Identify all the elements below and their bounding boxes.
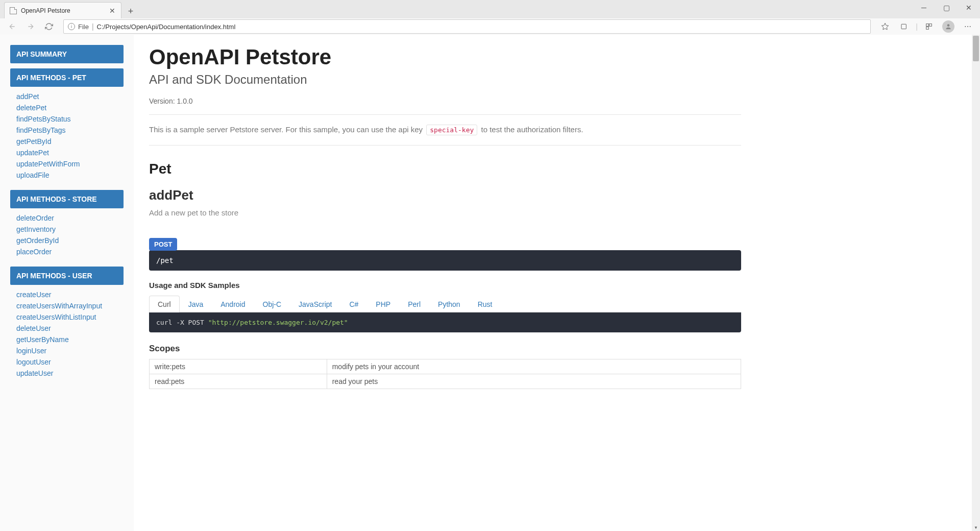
svg-rect-3 [929,24,932,27]
table-row: write:petsmodify pets in your account [150,359,741,374]
new-tab-button[interactable]: + [124,4,138,18]
refresh-button[interactable] [41,19,57,34]
curl-code-block: curl -X POST "http://petstore.swagger.io… [149,312,741,332]
svg-rect-2 [926,24,929,27]
scroll-thumb[interactable] [973,36,979,61]
avatar-icon [942,20,954,33]
address-bar[interactable]: i File | C:/Projects/OpenApi/Documentati… [63,19,871,34]
api-description: This is a sample server Petstore server.… [149,124,741,136]
divider [149,114,741,115]
content: OpenAPI Petstore API and SDK Documentati… [134,35,756,404]
sidebar-link[interactable]: logoutUser [10,356,124,368]
svg-point-5 [947,24,950,27]
scope-name: write:pets [150,359,327,374]
page-title: OpenAPI Petstore [149,45,741,69]
collections-button[interactable] [896,19,913,34]
browser-toolbar: i File | C:/Projects/OpenApi/Documentati… [0,18,980,35]
menu-button[interactable]: ⋯ [960,19,976,34]
scroll-down-icon[interactable]: ▼ [974,525,978,530]
language-tab[interactable]: Java [180,296,212,312]
sidebar-link[interactable]: getInventory [10,224,124,235]
svg-rect-1 [901,24,906,29]
sidebar-link[interactable]: uploadFile [10,170,124,181]
sidebar: API SUMMARYAPI METHODS - PETaddPetdelete… [0,35,134,531]
sidebar-link[interactable]: createUsersWithArrayInput [10,300,124,311]
sidebar-link[interactable]: findPetsByTags [10,125,124,136]
sidebar-links: addPetdeletePetfindPetsByStatusfindPetsB… [10,87,124,185]
language-tab[interactable]: Rust [469,296,501,312]
language-tab[interactable]: Obj-C [254,296,290,312]
sidebar-section-header[interactable]: API METHODS - PET [10,68,124,87]
scope-name: read:pets [150,374,327,389]
tab-title: OpenAPI Petstore [21,7,105,14]
page: API SUMMARYAPI METHODS - PETaddPetdelete… [0,35,980,531]
maximize-button[interactable]: ▢ [935,0,958,15]
language-tab[interactable]: Curl [149,296,180,312]
usage-title: Usage and SDK Samples [149,281,741,289]
sidebar-links: createUsercreateUsersWithArrayInputcreat… [10,285,124,383]
sidebar-link[interactable]: updateUser [10,368,124,379]
sidebar-section-header[interactable]: API METHODS - STORE [10,190,124,208]
forward-button[interactable] [22,19,39,34]
sidebar-link[interactable]: findPetsByStatus [10,113,124,125]
sidebar-link[interactable]: deleteOrder [10,212,124,224]
divider [149,145,741,146]
url-text: C:/Projects/OpenApi/Documentation/index.… [97,23,236,31]
minimize-button[interactable]: ─ [913,0,935,15]
sidebar-link[interactable]: addPet [10,91,124,102]
browser-chrome: ─ ▢ ✕ OpenAPI Petstore ✕ + i File | C:/P… [0,0,980,35]
scopes-table: write:petsmodify pets in your accountrea… [149,359,741,389]
sidebar-link[interactable]: placeOrder [10,246,124,257]
svg-marker-0 [882,23,889,30]
scrollbar[interactable]: ▼ [972,35,980,531]
scope-desc: read your pets [327,374,741,389]
table-row: read:petsread your pets [150,374,741,389]
http-method-badge: POST [149,238,177,251]
toolbar-right: | ⋯ [877,19,976,34]
close-tab-button[interactable]: ✕ [109,7,116,14]
window-controls: ─ ▢ ✕ [913,0,980,15]
page-subtitle: API and SDK Documentation [149,73,741,87]
document-icon [10,7,17,14]
language-tab[interactable]: Python [429,296,469,312]
svg-rect-4 [926,27,929,30]
sidebar-section-header[interactable]: API METHODS - USER [10,267,124,285]
sidebar-link[interactable]: updatePetWithForm [10,158,124,170]
endpoint-summary: Add a new pet to the store [149,208,741,217]
sidebar-section-header[interactable]: API SUMMARY [10,45,124,63]
language-tab[interactable]: Perl [399,296,429,312]
favorite-button[interactable] [877,19,893,34]
scopes-title: Scopes [149,344,741,354]
close-window-button[interactable]: ✕ [958,0,980,15]
language-tabs: CurlJavaAndroidObj-CJavaScriptC#PHPPerlP… [149,296,741,312]
url-scheme-label: File [78,23,89,31]
language-tab[interactable]: JavaScript [290,296,340,312]
language-tab[interactable]: PHP [367,296,399,312]
sidebar-link[interactable]: getUserByName [10,334,124,345]
profile-button[interactable] [940,19,957,34]
endpoint-path: /pet [149,250,741,271]
scope-desc: modify pets in your account [327,359,741,374]
sidebar-link[interactable]: updatePet [10,147,124,158]
language-tab[interactable]: Android [212,296,254,312]
sidebar-link[interactable]: deleteUser [10,323,124,334]
sidebar-link[interactable]: getPetById [10,136,124,147]
back-button[interactable] [4,19,20,34]
extensions-button[interactable] [921,19,937,34]
content-wrap: OpenAPI Petstore API and SDK Documentati… [134,35,980,531]
sidebar-link[interactable]: getOrderById [10,235,124,246]
section-title: Pet [149,161,741,177]
sidebar-link[interactable]: createUsersWithListInput [10,311,124,323]
endpoint-name: addPet [149,187,741,203]
api-key-code: special-key [426,125,477,135]
sidebar-links: deleteOrdergetInventorygetOrderByIdplace… [10,208,124,261]
browser-tab[interactable]: OpenAPI Petstore ✕ [4,2,121,18]
sidebar-link[interactable]: loginUser [10,345,124,356]
language-tab[interactable]: C# [340,296,367,312]
sidebar-link[interactable]: deletePet [10,102,124,113]
sidebar-link[interactable]: createUser [10,289,124,300]
version-label: Version: 1.0.0 [149,97,741,105]
tab-strip: OpenAPI Petstore ✕ + [0,0,980,18]
info-icon: i [68,23,75,30]
